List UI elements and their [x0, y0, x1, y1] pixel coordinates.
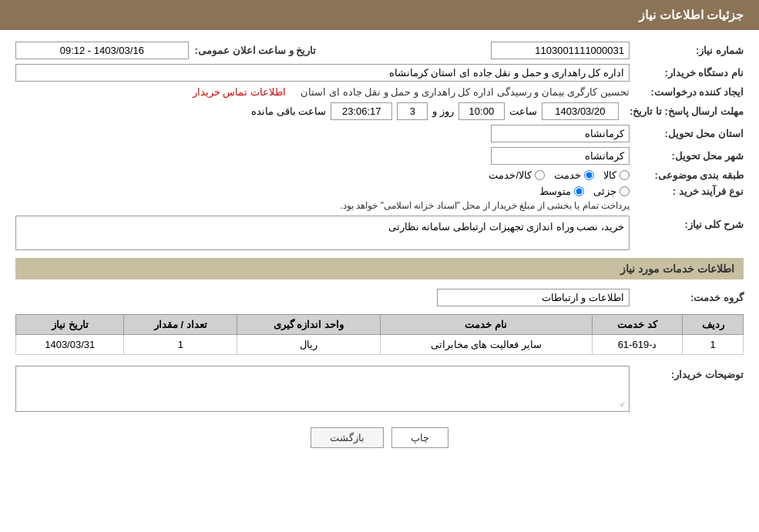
- subject-option-kala-khedmat[interactable]: کالا/خدمت: [489, 169, 545, 181]
- col-header-unit: واحد اندازه گیری: [237, 315, 380, 335]
- purchase-type-radio-group: جزئی متوسط: [539, 186, 630, 197]
- subject-label: طبقه بندی موضوعی:: [636, 169, 744, 181]
- creator-value: تحسین کارگری بیمان و رسیدگی اداره کل راه…: [301, 86, 630, 98]
- print-button[interactable]: چاپ: [391, 427, 448, 448]
- purchase-type-jozi[interactable]: جزئی: [593, 186, 630, 197]
- action-buttons: چاپ بازگشت: [15, 427, 744, 448]
- col-header-name: نام خدمت: [380, 315, 592, 335]
- subject-radio-group: کالا خدمت کالا/خدمت: [489, 169, 630, 181]
- service-group-value: اطلاعات و ارتباطات: [437, 289, 630, 306]
- cell-date: 1403/03/31: [16, 335, 124, 355]
- service-group-label: گروه خدمت:: [636, 292, 744, 303]
- cell-qty: 1: [124, 335, 237, 355]
- col-header-date: تاریخ نیاز: [16, 315, 124, 335]
- general-description-value: خرید، نصب وراه اندازی تجهیزات ارتباطی سا…: [15, 216, 630, 250]
- cell-code: د-619-61: [592, 335, 682, 355]
- cell-unit: ریال: [237, 335, 380, 355]
- general-desc-label: شرح کلی نیاز:: [636, 216, 744, 230]
- delivery-province-label: استان محل تحویل:: [636, 128, 744, 139]
- deadline-time: 10:00: [458, 102, 505, 120]
- deadline-date: 1403/03/20: [542, 102, 619, 120]
- buyer-notes-label: توضیحات خریدار:: [636, 366, 744, 380]
- delivery-province-value: کرمانشاه: [491, 125, 630, 142]
- buyer-org-label: نام دستگاه خریدار:: [636, 67, 744, 79]
- purchase-type-motevaset[interactable]: متوسط: [539, 186, 584, 197]
- col-header-row: ردیف: [683, 315, 744, 335]
- col-header-code: کد خدمت: [592, 315, 682, 335]
- subject-option-khedmat[interactable]: خدمت: [554, 169, 594, 181]
- purchase-note: پرداخت تمام یا بخشی از مبلغ خریدار از مح…: [341, 200, 630, 211]
- subject-option-kala[interactable]: کالا: [603, 169, 630, 181]
- creator-label: ایجاد کننده درخواست:: [636, 86, 744, 98]
- services-section-title: اطلاعات خدمات مورد نیاز: [15, 258, 744, 279]
- deadline-days-label: روز و: [432, 105, 454, 117]
- deadline-label: مهلت ارسال پاسخ: تا تاریخ:: [623, 105, 744, 117]
- back-button[interactable]: بازگشت: [311, 427, 384, 448]
- page-title: جزئیات اطلاعات نیاز: [639, 8, 744, 22]
- buyer-org-value: اداره کل راهداری و حمل و نقل جاده ای است…: [15, 64, 630, 82]
- purchase-type-label: نوع فرآیند خرید :: [636, 186, 744, 197]
- cell-row: 1: [683, 335, 744, 355]
- deadline-remaining: 23:06:17: [331, 102, 392, 120]
- col-header-qty: تعداد / مقدار: [124, 315, 237, 335]
- deadline-time-label: ساعت: [509, 105, 537, 117]
- deadline-remaining-label: ساعت باقی مانده: [251, 105, 326, 117]
- services-table: ردیف کد خدمت نام خدمت واحد اندازه گیری ت…: [15, 314, 744, 355]
- page-header: جزئیات اطلاعات نیاز: [0, 0, 759, 30]
- announcement-label: تاریخ و ساعت اعلان عمومی:: [195, 45, 317, 56]
- need-number-label: شماره نیاز:: [636, 45, 744, 56]
- deadline-days: 3: [397, 102, 428, 120]
- contact-link[interactable]: اطلاعات تماس خریدار: [193, 86, 286, 98]
- cell-name: سایر فعالیت های مخابراتی: [380, 335, 592, 355]
- delivery-city-label: شهر محل تحویل:: [636, 150, 744, 162]
- need-number-value: 1103001111000031: [491, 42, 630, 59]
- table-row: 1 د-619-61 سایر فعالیت های مخابراتی ریال…: [16, 335, 744, 355]
- delivery-city-value: کرمانشاه: [491, 147, 630, 165]
- announcement-value: 1403/03/16 - 09:12: [15, 42, 189, 59]
